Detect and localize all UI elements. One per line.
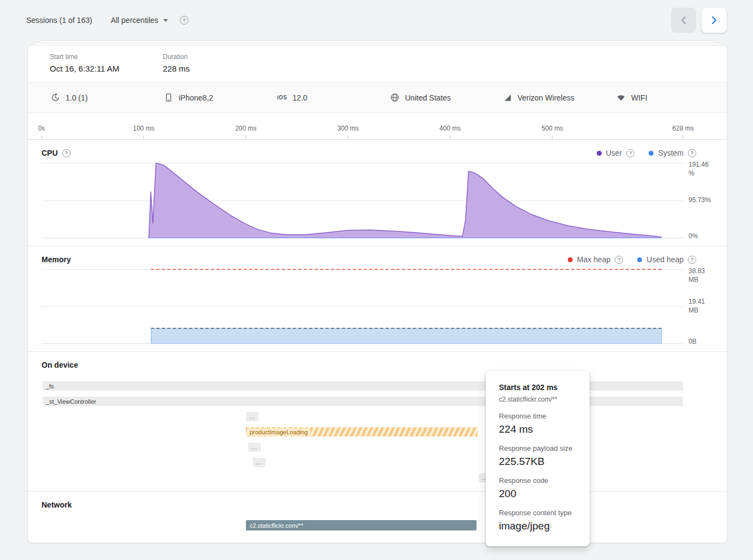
help-icon[interactable]	[626, 149, 634, 157]
memory-y-axis: 38.83 MB 19.41 MB 0B	[683, 269, 727, 344]
prev-session-button[interactable]	[671, 8, 696, 33]
timeline-tick-label: 300 ms	[337, 125, 358, 132]
timeline-tick-mark	[450, 135, 450, 139]
connection-label: WIFI	[631, 93, 648, 102]
cpu-plot	[42, 163, 683, 238]
cpu-title: CPU	[42, 149, 58, 157]
topbar: Sessions (1 of 163) All percentiles	[0, 0, 753, 40]
start-time-stat: Start time Oct 16, 6:32:11 AM	[50, 53, 163, 74]
network-section: Network c2.staticflickr.com/**	[28, 492, 727, 530]
legend-label: User	[606, 149, 622, 157]
legend-label: Used heap	[646, 255, 684, 264]
timeline-tick: 100 ms	[133, 125, 154, 139]
phone-icon	[164, 93, 173, 102]
timeline-tick: 628 ms	[672, 125, 693, 139]
session-summary: Start time Oct 16, 6:32:11 AM Duration 2…	[28, 45, 727, 82]
timeline-ruler: 0s100 ms200 ms300 ms400 ms500 ms628 ms	[42, 113, 683, 139]
timeline-tick: 300 ms	[337, 125, 358, 139]
timeline-tick: 500 ms	[542, 125, 563, 139]
timeline-tick-label: 200 ms	[235, 125, 256, 132]
legend-item: Used heap	[637, 255, 696, 264]
tooltip-field-label: Response content type	[499, 509, 576, 517]
memory-plot	[42, 269, 683, 344]
cpu-legend: UserSystem	[597, 149, 696, 157]
collapsed-trace-chip[interactable]: ...	[248, 443, 261, 452]
trace-label: _st_ViewController	[46, 398, 96, 405]
trace-bar[interactable]: productImageLoading	[246, 427, 478, 437]
history-icon	[51, 93, 60, 102]
timeline-tick-mark	[143, 135, 144, 139]
tooltip-field-label: Response time	[499, 412, 576, 420]
country-label: United States	[405, 93, 451, 102]
cpu-y-mid-label: 95.73%	[689, 196, 715, 205]
connection-item: WIFI	[616, 93, 727, 102]
timeline-section: 0s100 ms200 ms300 ms400 ms500 ms628 ms	[28, 113, 727, 140]
percentiles-dropdown[interactable]: All percentiles	[111, 16, 168, 25]
carrier-item: Verizon Wireless	[503, 93, 616, 102]
session-nav	[671, 8, 727, 33]
legend-dot-icon	[649, 151, 654, 156]
memory-legend: Max heapUsed heap	[568, 255, 696, 264]
timeline-tick-mark	[552, 135, 552, 139]
timeline-tick-label: 500 ms	[542, 125, 563, 132]
timeline-tick-label: 0s	[38, 125, 45, 132]
sessions-count-label: Sessions (1 of 163)	[26, 16, 92, 25]
help-icon[interactable]	[62, 149, 70, 157]
session-detail-card: Start time Oct 16, 6:32:11 AM Duration 2…	[27, 45, 727, 543]
start-time-label: Start time	[50, 53, 163, 61]
max-heap-line	[151, 269, 662, 270]
tooltip-fields: Response time224 msResponse payload size…	[499, 412, 576, 532]
help-icon[interactable]	[615, 256, 623, 264]
help-icon[interactable]	[688, 256, 696, 264]
tooltip-field-label: Response payload size	[499, 444, 576, 452]
collapsed-trace-chip[interactable]: ...	[253, 458, 266, 467]
tooltip-subtitle: c2.staticflickr.com/**	[499, 396, 576, 403]
tooltip-field-label: Response code	[499, 476, 576, 485]
start-time-value: Oct 16, 6:32:11 AM	[50, 64, 163, 74]
next-session-button[interactable]	[702, 8, 727, 33]
legend-label: System	[658, 149, 684, 157]
timeline-tick: 0s	[38, 125, 45, 139]
trace-label: productImageLoading	[247, 428, 310, 436]
network-request-bar[interactable]: c2.staticflickr.com/**	[246, 520, 476, 530]
cpu-chart	[42, 163, 683, 238]
timeline-tick-mark	[683, 135, 683, 139]
device-info-row: 1.0 (1) iPhone8,2 iOS 12.0 United S	[28, 82, 727, 113]
duration-label: Duration	[163, 53, 276, 61]
chevron-left-icon	[680, 16, 687, 25]
legend-dot-icon	[637, 257, 642, 262]
on-device-title: On device	[42, 361, 78, 369]
used-heap-area	[151, 328, 662, 344]
globe-icon	[390, 93, 399, 102]
memory-title: Memory	[42, 255, 71, 264]
memory-section: Memory Max heapUsed heap 38.83 MB 19.41 …	[28, 246, 727, 351]
tooltip-field-value: 200	[499, 488, 576, 500]
duration-stat: Duration 228 ms	[163, 53, 276, 74]
percentiles-dropdown-label: All percentiles	[111, 16, 158, 25]
legend-label: Max heap	[577, 255, 610, 264]
chevron-right-icon	[711, 16, 717, 25]
app-version-label: 1.0 (1)	[66, 93, 87, 102]
cpu-y-max-label: 191.46 %	[689, 161, 715, 178]
device-model-item: iPhone8,2	[164, 93, 277, 102]
timeline-tick: 200 ms	[235, 125, 256, 139]
tooltip-field-value: image/jpeg	[499, 520, 576, 532]
ios-icon: iOS	[277, 95, 287, 101]
timeline-tick-label: 100 ms	[133, 125, 154, 132]
legend-item: User	[597, 149, 635, 157]
on-device-section: On device _fs_st_ViewController...produc…	[28, 352, 727, 482]
carrier-label: Verizon Wireless	[517, 93, 574, 102]
legend-item: Max heap	[568, 255, 623, 264]
legend-dot-icon	[568, 257, 573, 262]
gridline	[42, 306, 683, 307]
network-title: Network	[42, 500, 72, 509]
trace-label: c2.staticflickr.com/**	[250, 522, 303, 529]
trace-label: _fs	[46, 383, 54, 390]
request-tooltip: Starts at 202 ms c2.staticflickr.com/** …	[486, 371, 590, 546]
os-version-label: 12.0	[292, 93, 307, 102]
help-icon[interactable]	[688, 149, 696, 157]
collapsed-trace-chip[interactable]: ...	[246, 412, 258, 421]
help-icon[interactable]	[180, 16, 189, 25]
signal-icon	[503, 93, 512, 102]
memory-y-mid-label: 19.41 MB	[689, 298, 715, 315]
